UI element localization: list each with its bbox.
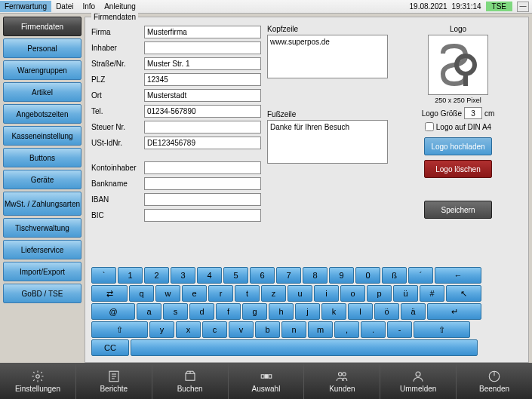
key-6[interactable]: 6 — [250, 267, 275, 284]
key-,[interactable]: , — [334, 321, 359, 338]
key-@[interactable]: @ — [91, 303, 135, 320]
input-bankname[interactable] — [144, 177, 261, 190]
sidebar-item-7[interactable]: Geräte — [3, 170, 81, 189]
key-⇄[interactable]: ⇄ — [91, 285, 128, 302]
delete-logo-button[interactable]: Logo löschen — [424, 160, 492, 178]
textarea-fusszeile[interactable] — [267, 120, 388, 164]
key-u[interactable]: u — [288, 285, 312, 302]
menu-datei[interactable]: Datei — [51, 1, 78, 12]
key-m[interactable]: m — [308, 321, 333, 338]
svg-rect-9 — [265, 374, 268, 378]
bottom-ummelden[interactable]: Ummelden — [380, 363, 457, 399]
key-n[interactable]: n — [281, 321, 306, 338]
bottom-buchen[interactable]: Buchen — [152, 363, 229, 399]
sidebar-item-8[interactable]: MwSt. / Zahlungsarten — [3, 192, 81, 216]
key-8[interactable]: 8 — [303, 267, 328, 284]
key-.[interactable]: . — [361, 321, 386, 338]
key-0[interactable]: 0 — [355, 267, 380, 284]
key-v[interactable]: v — [229, 321, 254, 338]
sidebar-item-2[interactable]: Warengruppen — [3, 60, 81, 80]
key-←[interactable]: ← — [435, 267, 481, 284]
sidebar-item-6[interactable]: Buttons — [3, 148, 81, 167]
key-1[interactable]: 1 — [118, 267, 143, 284]
key-p[interactable]: p — [367, 285, 392, 302]
key-y[interactable]: y — [149, 321, 174, 338]
checkbox-din-a4[interactable] — [425, 122, 434, 131]
input-tel[interactable] — [144, 105, 261, 118]
input-bic[interactable] — [144, 209, 261, 222]
key-f[interactable]: f — [216, 303, 241, 320]
key-7[interactable]: 7 — [276, 267, 301, 284]
key-9[interactable]: 9 — [329, 267, 354, 284]
input-ustid[interactable] — [144, 137, 261, 149]
key-d[interactable]: d — [189, 303, 214, 320]
key--[interactable]: - — [387, 321, 412, 338]
input-firma[interactable] — [144, 26, 261, 38]
minimize-button[interactable]: — — [517, 2, 529, 12]
key-i[interactable]: i — [314, 285, 339, 302]
key-e[interactable]: e — [182, 285, 207, 302]
key-↵[interactable]: ↵ — [427, 303, 481, 320]
key-o[interactable]: o — [340, 285, 365, 302]
key-w[interactable]: w — [155, 285, 180, 302]
key-3[interactable]: 3 — [171, 267, 195, 284]
input-iban[interactable] — [144, 193, 261, 206]
bottom-berichte[interactable]: Berichte — [76, 363, 152, 399]
key-a[interactable]: a — [137, 303, 161, 320]
input-plz[interactable] — [144, 73, 261, 86]
bottom-kunden[interactable]: Kunden — [304, 363, 380, 399]
key-⇧[interactable]: ⇧ — [91, 321, 148, 338]
bottom-beenden[interactable]: Beenden — [457, 363, 532, 399]
key-´[interactable]: ´ — [408, 267, 433, 284]
key-b[interactable]: b — [255, 321, 280, 338]
key-ß[interactable]: ß — [382, 267, 407, 284]
key-↖[interactable]: ↖ — [446, 285, 481, 302]
key-g[interactable]: g — [242, 303, 267, 320]
key-4[interactable]: 4 — [197, 267, 222, 284]
key-r[interactable]: r — [208, 285, 233, 302]
key-l[interactable]: l — [348, 303, 373, 320]
sidebar-item-12[interactable]: GoBD / TSE — [3, 284, 81, 303]
sidebar-item-9[interactable]: Tischverwaltung — [3, 218, 81, 238]
key-c[interactable]: c — [202, 321, 227, 338]
bottom-einstellungen[interactable]: Einstellungen — [0, 363, 76, 399]
key-t[interactable]: t — [235, 285, 260, 302]
sidebar-item-4[interactable]: Angebotszeiten — [3, 104, 81, 124]
menu-info[interactable]: Info — [78, 1, 100, 12]
key-h[interactable]: h — [269, 303, 294, 320]
input-steuernr[interactable] — [144, 121, 261, 134]
sidebar-item-1[interactable]: Personal — [3, 38, 81, 58]
key-space[interactable] — [131, 339, 478, 356]
key-2[interactable]: 2 — [144, 267, 169, 284]
key-j[interactable]: j — [295, 303, 320, 320]
input-logo-size[interactable] — [464, 107, 482, 119]
key-⇧[interactable]: ⇧ — [414, 321, 470, 338]
input-kontoinhaber[interactable] — [144, 161, 261, 174]
key-q[interactable]: q — [129, 285, 154, 302]
input-ort[interactable] — [144, 89, 261, 102]
input-inhaber[interactable] — [144, 41, 261, 54]
sidebar-item-5[interactable]: Kasseneinstellung — [3, 126, 81, 146]
sidebar-item-3[interactable]: Artikel — [3, 82, 81, 102]
key-s[interactable]: s — [163, 303, 188, 320]
sidebar-item-0[interactable]: Firmendaten — [3, 17, 81, 36]
key-ä[interactable]: ä — [401, 303, 426, 320]
key-5[interactable]: 5 — [223, 267, 248, 284]
input-strasse[interactable] — [144, 57, 261, 70]
key-x[interactable]: x — [176, 321, 201, 338]
menu-fernwartung[interactable]: Fernwartung — [0, 1, 51, 12]
bottom-auswahl[interactable]: Auswahl — [229, 363, 305, 399]
key-#[interactable]: # — [420, 285, 444, 302]
sidebar-item-10[interactable]: Lieferservice — [3, 240, 81, 259]
sidebar-item-11[interactable]: Import/Export — [3, 262, 81, 281]
key-`[interactable]: ` — [91, 267, 116, 284]
key-ö[interactable]: ö — [374, 303, 399, 320]
textarea-kopfzeile[interactable] — [267, 35, 388, 78]
save-button[interactable]: Speichern — [424, 201, 492, 219]
upload-logo-button[interactable]: Logo hochladen — [424, 137, 492, 155]
key-CC[interactable]: CC — [91, 339, 129, 356]
key-ü[interactable]: ü — [393, 285, 418, 302]
menu-anleitung[interactable]: Anleitung — [100, 1, 140, 12]
key-k[interactable]: k — [321, 303, 346, 320]
key-z[interactable]: z — [261, 285, 286, 302]
